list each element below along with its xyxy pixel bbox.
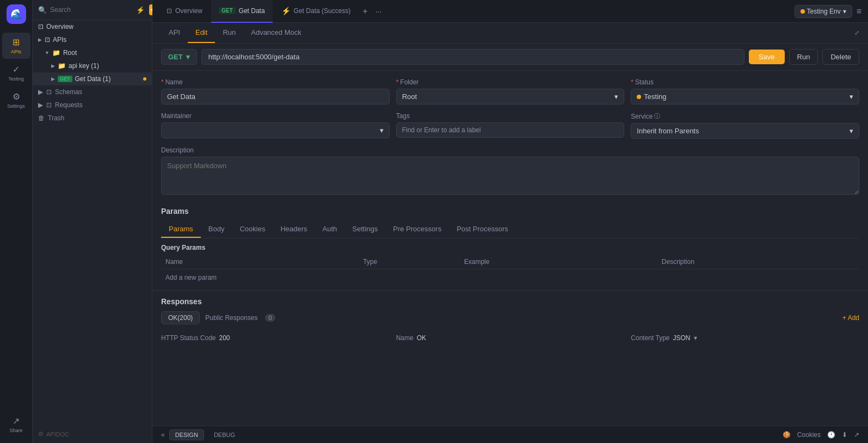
service-value: Inherit from Parents [637,127,699,135]
debug-tab[interactable]: DEBUG [208,430,241,440]
ok200-tab[interactable]: OK(200) [161,311,200,324]
sub-tab-api[interactable]: API [161,23,188,43]
add-response-button[interactable]: + Add [842,314,859,322]
env-chevron-icon: ▾ [843,8,846,15]
add-param-button[interactable]: Add a new param [161,269,859,286]
tree-overview[interactable]: ⊡ Overview [33,20,152,33]
status-chevron-icon: ▾ [849,93,853,101]
apikey-folder-icon: 📁 [58,62,66,70]
url-bar: GET ▾ Save Run Delete [152,44,868,71]
tree-trash-label: Trash [48,114,64,122]
tab-get-data-label: Get Data [239,7,265,15]
method-chevron-icon: ▾ [186,53,190,61]
tree-requests-label: Requests [55,101,83,109]
tree-trash[interactable]: 🗑 Trash [33,112,152,125]
tab-get-data[interactable]: GET Get Data [211,0,273,23]
delete-button[interactable]: Delete [822,49,859,65]
http-status-field: HTTP Status Code 200 [161,334,390,342]
http-status-value: 200 [219,334,230,342]
expand-icon[interactable]: ⤢ [854,29,859,36]
name-input[interactable] [161,89,390,104]
overview-tab-label: Overview [175,7,202,15]
tree-get-data[interactable]: ▶ GET Get Data (1) [33,72,152,85]
more-tabs-button[interactable]: ··· [373,7,384,16]
form-section: * Name * Folder Root ▾ * Status Testing … [152,71,868,202]
sidebar-item-testing[interactable]: ✓ Testing [2,60,30,86]
status-select[interactable]: Testing ▾ [631,89,859,104]
status-group: * Status Testing ▾ [631,78,859,104]
folder-select[interactable]: Root ▾ [396,89,625,104]
top-settings-icon[interactable]: ≡ [857,7,861,16]
description-textarea[interactable] [161,157,859,195]
params-tab-settings[interactable]: Settings [344,221,385,238]
cookies-button[interactable]: Cookies [797,431,821,439]
root-chevron-icon: ▼ [45,50,50,56]
apis-icon: ⊞ [13,37,20,47]
params-tab-auth[interactable]: Auth [315,221,345,238]
bottom-clock-icon: 🕐 [827,431,835,439]
tab-overview[interactable]: ⊡ Overview [159,0,210,23]
col-name: Name [165,258,359,266]
schemas-icon: ⊡ [46,88,52,96]
sidebar-item-share[interactable]: ↗ Share [2,411,30,438]
tree-apis[interactable]: ▶ ⊡ APIs [33,33,152,46]
save-button[interactable]: Save [749,50,785,64]
run-button[interactable]: Run [789,49,818,65]
tree-requests[interactable]: ▶ ⊡ Requests [33,99,152,112]
apis-chevron-icon: ▶ [38,37,42,42]
tabbar-right: Testing Env ▾ ≡ [795,5,861,18]
tags-input[interactable]: Find or Enter to add a label [396,122,625,138]
get-method-badge: GET [58,76,72,82]
bottom-share-icon: ↗ [854,431,859,439]
sub-tab-advanced-mock[interactable]: Advanced Mock [243,23,309,43]
tree-root-folder[interactable]: ▼ 📁 Root [33,46,152,59]
params-tab-pre-processors[interactable]: Pre Processors [385,221,449,238]
service-group: Service ⓘ Inherit from Parents ▾ [631,112,859,139]
apidoc-logo: ⚙ APIDOC [33,425,152,443]
status-dot [637,95,641,99]
design-tab[interactable]: DESIGN [169,429,204,440]
sub-tab-edit[interactable]: Edit [188,23,215,43]
params-tab-params[interactable]: Params [161,221,201,238]
sidebar-item-apis[interactable]: ⊞ APIs [2,33,30,59]
service-select[interactable]: Inherit from Parents ▾ [631,123,859,139]
tree-api-key[interactable]: ▶ 📁 api key (1) [33,59,152,72]
params-tab-post-processors[interactable]: Post Processors [449,221,516,238]
response-name-label: Name [396,334,414,342]
url-input[interactable] [201,49,744,65]
success-tab-icon: ⚡ [281,7,291,15]
tree-getdata-label: Get Data (1) [75,75,111,83]
service-chevron-icon: ▾ [849,127,853,135]
tab-get-data-success[interactable]: ⚡ Get Data (Success) [274,0,359,23]
params-tab-body[interactable]: Body [201,221,232,238]
responses-header: OK(200) Public Responses 0 + Add [161,311,859,324]
status-value: Testing [644,93,666,101]
filter-icon[interactable]: ⚡ [135,5,146,15]
params-tab-cookies[interactable]: Cookies [232,221,273,238]
search-input[interactable] [50,6,132,14]
query-params-table: Query Params Name Type Example Descripti… [161,244,859,286]
url-bar-actions: Save Run Delete [749,49,859,65]
collapse-icon[interactable]: « [161,431,165,439]
description-label: Description [161,146,859,154]
content-type-value: JSON [673,334,691,342]
params-tab-headers[interactable]: Headers [273,221,315,238]
bottom-cookies-icon: 🍪 [783,431,791,439]
env-selector[interactable]: Testing Env ▾ [795,5,852,18]
sub-tab-run[interactable]: Run [215,23,243,43]
params-title: Params [161,207,859,216]
maintainer-select[interactable]: ▾ [161,122,390,138]
method-label: GET [168,53,183,61]
response-name-value: OK [417,334,426,342]
testing-icon: ✓ [13,64,20,75]
tab-get-method: GET [219,7,236,14]
service-label: Service ⓘ [631,112,859,120]
sidebar-item-settings[interactable]: ⚙ Settings [2,87,30,113]
tags-group: Tags Find or Enter to add a label [396,112,625,139]
col-description: Description [662,258,855,266]
sidebar-item-apis-label: APIs [11,49,21,54]
method-selector[interactable]: GET ▾ [161,49,197,65]
apis-tree-icon: ⊡ [45,36,50,44]
add-tab-button[interactable]: + [359,7,371,16]
tree-schemas[interactable]: ▶ ⊡ Schemas [33,85,152,99]
